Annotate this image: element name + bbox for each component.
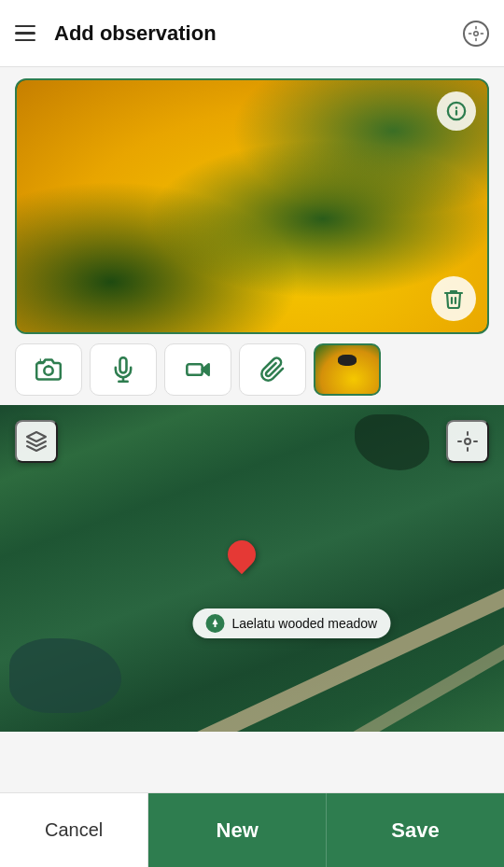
map-pin	[228, 540, 256, 568]
new-button[interactable]: New	[148, 793, 327, 867]
add-photo-button[interactable]: +	[15, 343, 82, 396]
map-patch-1	[355, 414, 429, 470]
video-button[interactable]	[164, 343, 231, 396]
svg-point-0	[474, 31, 479, 35]
tree-icon	[205, 614, 224, 633]
attach-button[interactable]	[239, 343, 306, 396]
cancel-button[interactable]: Cancel	[0, 793, 148, 867]
header-left: Add observation	[15, 21, 217, 46]
map-clearing	[9, 638, 121, 713]
page-title: Add observation	[54, 21, 217, 46]
menu-icon[interactable]	[15, 25, 35, 42]
image-thumbnail[interactable]	[314, 343, 381, 396]
svg-text:+: +	[37, 357, 43, 367]
svg-rect-10	[187, 364, 202, 375]
map-pin-head	[222, 535, 261, 574]
microphone-button[interactable]	[90, 343, 157, 396]
map-locate-button[interactable]	[446, 420, 489, 463]
svg-point-4	[44, 367, 52, 375]
main-image	[17, 80, 487, 332]
header: Add observation	[0, 0, 504, 67]
map-road-1	[190, 585, 504, 732]
flower-background	[17, 80, 487, 332]
save-button[interactable]: Save	[327, 793, 504, 867]
location-name: Laelatu wooded meadow	[231, 616, 377, 631]
svg-point-13	[465, 439, 470, 444]
map-layers-button[interactable]	[15, 420, 58, 463]
flower-overlay	[17, 80, 487, 332]
map-location-label: Laelatu wooded meadow	[192, 608, 390, 638]
map-background	[0, 405, 504, 732]
delete-button[interactable]	[431, 276, 476, 321]
image-section	[0, 67, 504, 334]
info-button[interactable]	[437, 91, 476, 131]
svg-marker-12	[27, 432, 46, 441]
gps-icon[interactable]	[463, 21, 489, 47]
map-section[interactable]: Laelatu wooded meadow	[0, 405, 504, 732]
bottom-action-bar: Cancel New Save	[0, 792, 504, 867]
bee-thumbnail-icon	[338, 355, 357, 366]
image-card	[15, 78, 489, 334]
media-toolbar: +	[0, 334, 504, 405]
